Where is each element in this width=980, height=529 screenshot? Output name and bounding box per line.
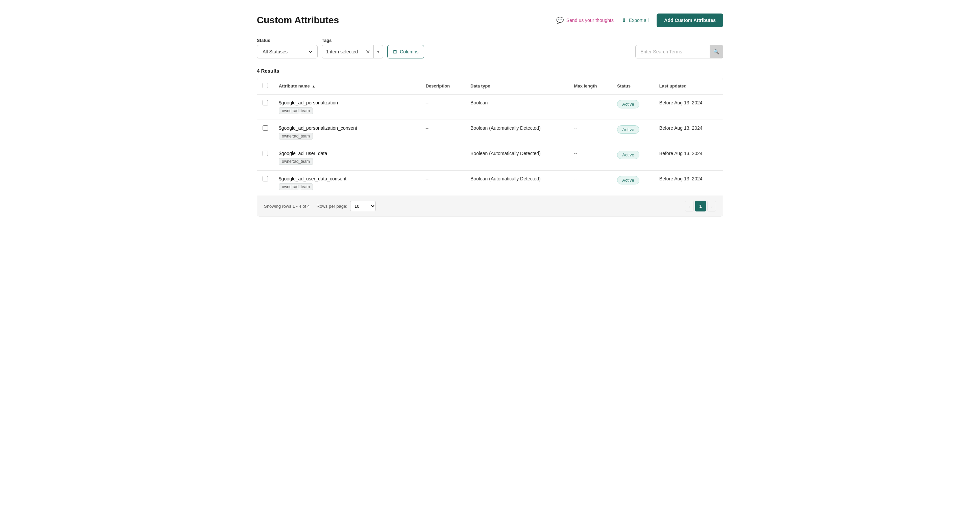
attr-data-type: Boolean (Automatically Detected) bbox=[465, 171, 569, 196]
attr-last-updated: Before Aug 13, 2024 bbox=[654, 145, 723, 171]
rows-per-page-label: Rows per page: bbox=[317, 204, 347, 209]
status-badge: Active bbox=[617, 125, 639, 134]
showing-rows-label: Showing rows 1 - 4 of 4 bbox=[264, 204, 310, 209]
columns-icon: ⊞ bbox=[393, 49, 397, 54]
attr-description: – bbox=[420, 145, 465, 171]
attr-name-text: $google_ad_user_data_consent bbox=[279, 176, 415, 181]
attr-status: Active bbox=[612, 120, 654, 145]
attr-data-type: Boolean (Automatically Detected) bbox=[465, 145, 569, 171]
attr-data-type: Boolean (Automatically Detected) bbox=[465, 120, 569, 145]
tag-badge: owner:ad_team bbox=[279, 133, 313, 140]
attr-max-length: -- bbox=[569, 171, 612, 196]
next-page-button[interactable]: › bbox=[707, 201, 716, 211]
pagination: ‹ 1 › bbox=[685, 201, 716, 211]
search-icon: 🔍 bbox=[713, 49, 719, 54]
tags-filter-group: Tags 1 item selected ✕ ▾ bbox=[322, 38, 383, 59]
send-thoughts-button[interactable]: 💬 Send us your thoughts bbox=[556, 17, 614, 24]
col-header-description[interactable]: Description bbox=[420, 78, 465, 94]
status-filter-label: Status bbox=[257, 38, 318, 43]
col-header-status[interactable]: Status bbox=[612, 78, 654, 94]
row-checkbox-2[interactable] bbox=[262, 151, 268, 156]
results-count: 4 Results bbox=[257, 68, 723, 74]
attr-status: Active bbox=[612, 145, 654, 171]
download-icon: ⬇ bbox=[622, 17, 626, 24]
tag-badge: owner:ad_team bbox=[279, 107, 313, 114]
attr-max-length: -- bbox=[569, 94, 612, 120]
table-footer: Showing rows 1 - 4 of 4 Rows per page: 1… bbox=[257, 195, 723, 216]
status-badge: Active bbox=[617, 151, 639, 159]
rows-per-page-control: Rows per page: 102550100 bbox=[317, 201, 376, 211]
attr-name-text: $google_ad_personalization bbox=[279, 100, 415, 105]
row-checkbox-1[interactable] bbox=[262, 125, 268, 131]
col-header-attr-name[interactable]: Attribute name ▲ bbox=[274, 78, 420, 94]
add-custom-attributes-button[interactable]: Add Custom Attributes bbox=[657, 14, 723, 27]
columns-button[interactable]: ⊞ Columns bbox=[387, 45, 424, 59]
current-page-button[interactable]: 1 bbox=[695, 201, 706, 211]
tags-selected-value: 1 item selected bbox=[322, 49, 362, 54]
row-checkbox-0[interactable] bbox=[262, 100, 268, 105]
rows-per-page-select[interactable]: 102550100 bbox=[350, 201, 376, 211]
tag-badge: owner:ad_team bbox=[279, 158, 313, 165]
table-header-row: Attribute name ▲ Description Data type M… bbox=[257, 78, 723, 94]
search-button[interactable]: 🔍 bbox=[710, 45, 723, 59]
tags-clear-button[interactable]: ✕ bbox=[362, 45, 374, 58]
status-filter-select[interactable]: All Statuses bbox=[257, 45, 318, 59]
chat-icon: 💬 bbox=[556, 17, 564, 24]
tags-chevron-button[interactable]: ▾ bbox=[374, 45, 383, 58]
col-header-last-updated[interactable]: Last updated bbox=[654, 78, 723, 94]
select-all-checkbox[interactable] bbox=[262, 83, 268, 88]
attr-max-length: -- bbox=[569, 120, 612, 145]
attr-name-text: $google_ad_personalization_consent bbox=[279, 125, 415, 131]
table-row: $google_ad_user_dataowner:ad_team–Boolea… bbox=[257, 145, 723, 171]
prev-page-button[interactable]: ‹ bbox=[685, 201, 694, 211]
col-header-max-length[interactable]: Max length bbox=[569, 78, 612, 94]
attr-description: – bbox=[420, 171, 465, 196]
send-thoughts-label: Send us your thoughts bbox=[566, 17, 614, 23]
tag-badge: owner:ad_team bbox=[279, 183, 313, 190]
status-select-input[interactable]: All Statuses bbox=[261, 49, 313, 55]
tags-filter-label: Tags bbox=[322, 38, 383, 43]
table-row: $google_ad_personalizationowner:ad_team–… bbox=[257, 94, 723, 120]
status-badge: Active bbox=[617, 100, 639, 108]
col-header-data-type[interactable]: Data type bbox=[465, 78, 569, 94]
attr-status: Active bbox=[612, 94, 654, 120]
table-row: $google_ad_user_data_consentowner:ad_tea… bbox=[257, 171, 723, 196]
row-checkbox-3[interactable] bbox=[262, 176, 268, 181]
attr-max-length: -- bbox=[569, 145, 612, 171]
table-row: $google_ad_personalization_consentowner:… bbox=[257, 120, 723, 145]
search-container: 🔍 bbox=[635, 45, 723, 59]
export-button[interactable]: ⬇ Export all bbox=[622, 17, 649, 24]
attr-last-updated: Before Aug 13, 2024 bbox=[654, 94, 723, 120]
attr-data-type: Boolean bbox=[465, 94, 569, 120]
attributes-table: Attribute name ▲ Description Data type M… bbox=[257, 78, 723, 216]
status-filter-group: Status All Statuses bbox=[257, 38, 318, 59]
status-badge: Active bbox=[617, 176, 639, 184]
tags-filter-control[interactable]: 1 item selected ✕ ▾ bbox=[322, 45, 383, 59]
attr-last-updated: Before Aug 13, 2024 bbox=[654, 171, 723, 196]
attr-last-updated: Before Aug 13, 2024 bbox=[654, 120, 723, 145]
attr-description: – bbox=[420, 94, 465, 120]
sort-icon: ▲ bbox=[312, 84, 316, 88]
columns-label: Columns bbox=[400, 49, 418, 54]
export-label: Export all bbox=[629, 17, 649, 23]
page-title: Custom Attributes bbox=[257, 15, 339, 26]
attr-status: Active bbox=[612, 171, 654, 196]
attr-name-text: $google_ad_user_data bbox=[279, 151, 415, 156]
attr-description: – bbox=[420, 120, 465, 145]
